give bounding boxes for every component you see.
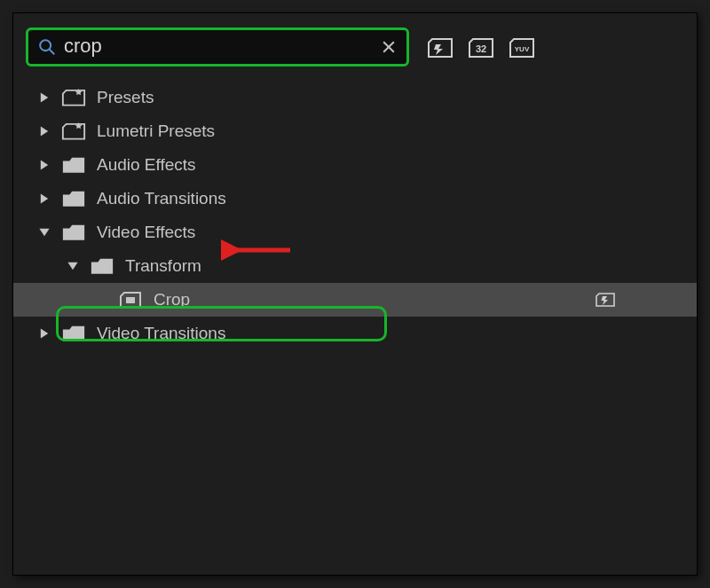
- tree-item-presets[interactable]: Presets: [13, 81, 697, 114]
- tree-item-label: Transform: [125, 256, 201, 276]
- folder-icon: [61, 223, 86, 242]
- chevron-down-icon: [38, 226, 51, 239]
- tree-item-label: Audio Transitions: [97, 189, 226, 208]
- effects-tree: Presets Lumetri Presets: [13, 81, 697, 350]
- svg-text:32: 32: [476, 43, 486, 54]
- folder-preset-icon: [61, 88, 86, 107]
- svg-text:YUV: YUV: [515, 45, 530, 53]
- folder-icon: [61, 155, 86, 175]
- effects-toolbar: 32 YUV: [26, 26, 686, 68]
- search-input[interactable]: [57, 35, 380, 59]
- chevron-right-icon: [38, 159, 51, 171]
- 32bit-effects-icon[interactable]: 32: [466, 35, 496, 59]
- clear-search-icon[interactable]: [380, 38, 398, 56]
- toolbar-filter-icons: 32 YUV: [425, 35, 537, 59]
- folder-icon: [61, 324, 86, 343]
- tree-item-crop[interactable]: Crop: [13, 283, 697, 317]
- tree-item-transform[interactable]: Transform: [13, 249, 697, 283]
- svg-rect-6: [126, 297, 135, 303]
- tree-item-label: Video Effects: [97, 223, 195, 242]
- tree-item-label: Video Transitions: [97, 324, 225, 343]
- effects-panel: 32 YUV Presets: [12, 12, 698, 576]
- svg-line-1: [50, 50, 55, 55]
- accelerated-effects-icon[interactable]: [425, 35, 455, 59]
- search-container: [26, 27, 409, 67]
- chevron-right-icon: [38, 327, 51, 340]
- tree-item-label: Audio Effects: [97, 155, 196, 175]
- tree-item-video-transitions[interactable]: Video Transitions: [13, 317, 697, 350]
- folder-icon: [61, 189, 86, 208]
- svg-point-0: [40, 40, 51, 51]
- folder-preset-icon: [61, 122, 86, 141]
- search-icon: [37, 37, 57, 57]
- tree-item-label: Presets: [97, 88, 154, 107]
- tree-item-label: Lumetri Presets: [97, 122, 215, 141]
- tree-item-audio-effects[interactable]: Audio Effects: [13, 148, 697, 182]
- tree-item-video-effects[interactable]: Video Effects: [13, 216, 697, 249]
- tree-item-label: Crop: [154, 290, 190, 310]
- yuv-effects-icon[interactable]: YUV: [507, 35, 537, 59]
- chevron-right-icon: [38, 192, 51, 205]
- chevron-right-icon: [38, 125, 51, 137]
- tree-item-lumetri-presets[interactable]: Lumetri Presets: [13, 114, 697, 148]
- tree-item-audio-transitions[interactable]: Audio Transitions: [13, 182, 697, 216]
- chevron-down-icon: [67, 260, 79, 272]
- chevron-right-icon: [38, 91, 51, 104]
- folder-icon: [90, 256, 114, 276]
- effect-preset-icon: [118, 290, 143, 310]
- accelerated-badge-icon: [594, 291, 617, 309]
